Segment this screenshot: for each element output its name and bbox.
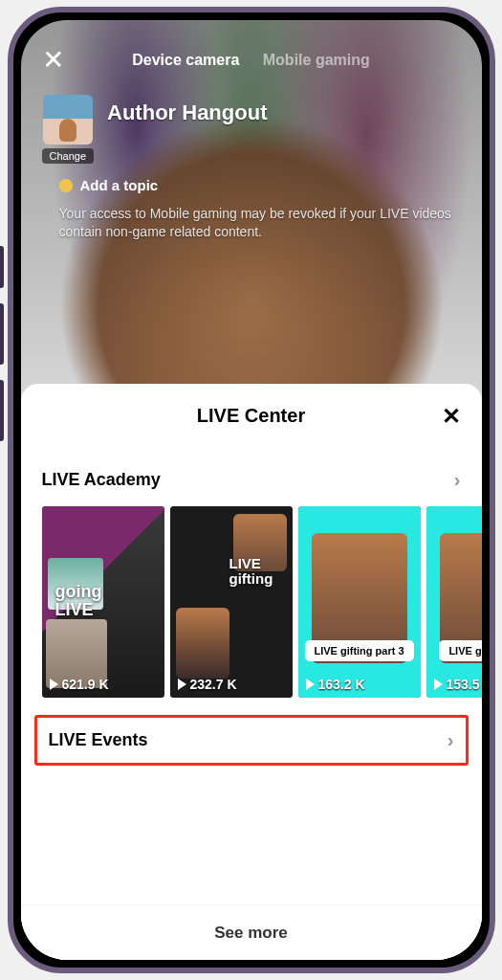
academy-card[interactable]: LIVE gifting part 3 163.2 K [298,506,421,698]
play-icon [306,679,315,690]
card-thumbnail [298,506,421,698]
academy-card[interactable]: LIVE gifting part 2 153.5 K [426,506,482,698]
top-bar: ✕ Device camera Mobile gaming [21,20,482,78]
close-icon[interactable]: ✕ [42,47,64,74]
phone-frame: ✕ Device camera Mobile gaming Change Aut… [8,7,495,973]
live-events-label: LIVE Events [49,730,148,750]
play-icon [178,679,186,690]
add-topic-label: Add a topic [80,177,159,193]
gaming-warning-text: Your access to Mobile gaming may be revo… [21,193,482,241]
play-count: 163.2 K [306,677,365,692]
live-academy-row[interactable]: LIVE Academy › [21,454,482,506]
tab-device-camera[interactable]: Device camera [132,52,239,68]
academy-card[interactable]: LIVE gifting 232.7 K [170,506,293,698]
card-chip: LIVE gifting part 2 [439,640,481,661]
sheet-title: LIVE Center ✕ [21,405,482,454]
avatar-box: Change [42,95,95,164]
live-events-highlight: LIVE Events › [34,715,469,766]
screen: ✕ Device camera Mobile gaming Change Aut… [21,20,482,960]
play-icon [50,679,58,690]
card-caption: LIVE gifting [229,556,285,587]
card-chip: LIVE gifting part 3 [304,640,413,661]
avatar[interactable] [43,95,93,145]
see-more-button[interactable]: See more [21,904,482,960]
live-academy-label: LIVE Academy [42,470,161,490]
topic-icon [59,179,73,192]
live-events-row[interactable]: LIVE Events › [37,718,466,763]
mode-tabs: Device camera Mobile gaming [21,52,482,69]
card-thumbnail [170,506,293,698]
play-count: 232.7 K [178,677,237,692]
card-caption: going LIVE [55,583,151,619]
play-count: 153.5 K [434,677,482,692]
add-topic-button[interactable]: Add a topic [21,164,482,193]
play-icon [434,679,443,690]
tab-mobile-gaming[interactable]: Mobile gaming [263,52,370,68]
close-icon[interactable]: ✕ [442,403,461,430]
live-title[interactable]: Author Hangout [107,95,267,125]
academy-cards: going LIVE 621.9 K LIVE gifting 232.7 K [21,506,482,698]
change-cover-button[interactable]: Change [42,148,95,164]
card-thumbnail [426,506,482,698]
play-count: 621.9 K [50,677,109,692]
host-row: Change Author Hangout [21,78,482,164]
chevron-right-icon: › [454,469,461,491]
chevron-right-icon: › [447,729,454,751]
academy-card[interactable]: going LIVE 621.9 K [42,506,164,698]
live-center-sheet: LIVE Center ✕ LIVE Academy › going LIVE … [21,384,482,960]
